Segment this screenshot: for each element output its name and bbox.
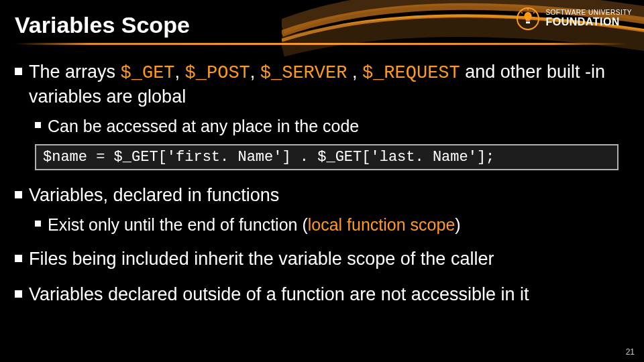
bullet-marker — [15, 191, 22, 198]
bullet-1: The arrays $_GET, $_POST, $_SERVER , $_R… — [15, 60, 629, 109]
bullet-4: Variables declared outside of a function… — [15, 283, 629, 306]
page-number: 21 — [626, 347, 635, 357]
text-fragment: Variables declared outside of a function… — [29, 283, 529, 306]
lightbulb-gear-icon — [516, 7, 540, 31]
slide-content: The arrays $_GET, $_POST, $_SERVER , $_R… — [15, 60, 629, 310]
title-underline — [15, 43, 627, 45]
text-fragment: Exist only until the end of function ( — [48, 215, 308, 234]
text-fragment: , — [250, 62, 260, 82]
slide-title: Variables Scope — [15, 12, 190, 38]
text-fragment: ) — [455, 215, 460, 234]
bullet-marker — [15, 290, 22, 298]
text-fragment: , — [175, 62, 185, 82]
text-fragment: Files being included inherit the variabl… — [29, 247, 494, 271]
bullet-1-sub: Can be accessed at any place in the code — [35, 115, 629, 137]
bullet-2-sub: Exist only until the end of function (lo… — [35, 214, 629, 236]
bullet-3: Files being included inherit the variabl… — [15, 247, 629, 271]
highlight-text: local function scope — [308, 215, 455, 234]
code-inline: $_POST — [185, 63, 250, 83]
text-fragment: Can be accessed at any place in the code — [48, 115, 359, 137]
svg-line-4 — [521, 12, 523, 13]
text-fragment: Variables, declared in functions — [29, 184, 279, 207]
svg-line-3 — [533, 12, 535, 13]
text-fragment: , — [347, 62, 362, 82]
bullet-marker — [15, 68, 22, 75]
code-inline: $_SERVER — [260, 63, 347, 83]
bullet-2: Variables, declared in functions — [15, 184, 629, 207]
bullet-marker — [15, 255, 22, 262]
bullet-marker — [35, 122, 41, 128]
code-inline: $_REQUEST — [362, 63, 460, 83]
svg-rect-1 — [526, 21, 530, 23]
code-block: $name = $_GET['first. Name'] . $_GET['la… — [35, 144, 619, 170]
text-fragment: The arrays — [29, 62, 121, 82]
bullet-marker — [35, 221, 41, 227]
logo: SOFTWARE UNIVERSITY FOUNDATION — [516, 7, 632, 31]
logo-text-line2: FOUNDATION — [545, 17, 632, 28]
code-inline: $_GET — [121, 63, 175, 83]
